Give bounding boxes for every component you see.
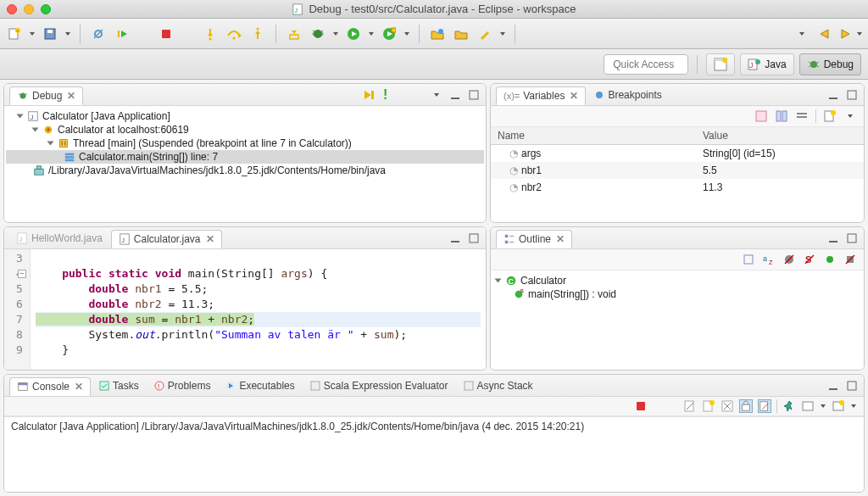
chevron-down-icon[interactable]	[17, 114, 24, 119]
tasks-tab[interactable]: Tasks	[92, 377, 146, 394]
step-into-button[interactable]	[201, 25, 220, 43]
editor-gutter[interactable]: 3 −4 5 6 7 8 9	[4, 249, 31, 370]
hide-fields-icon[interactable]	[782, 253, 796, 266]
save-dropdown[interactable]	[64, 32, 71, 36]
more-dropdown[interactable]	[798, 32, 805, 36]
window-close-button[interactable]	[7, 4, 17, 14]
table-row[interactable]: ◔args String[0] (id=15)	[491, 145, 864, 163]
resume-button[interactable]	[113, 25, 131, 43]
edit-button[interactable]	[476, 25, 494, 43]
problems-tab[interactable]: ! Problems	[147, 377, 218, 394]
minimize-view-button[interactable]	[448, 231, 462, 245]
close-icon[interactable]: ✕	[206, 233, 214, 245]
debug-tree-jvm[interactable]: /Library/Java/JavaVirtualMachines/jdk1.8…	[6, 164, 484, 177]
window-zoom-button[interactable]	[41, 4, 51, 14]
display-selected-console-icon[interactable]	[801, 399, 815, 413]
chevron-down-icon[interactable]	[32, 128, 39, 132]
quick-access-input[interactable]	[604, 54, 688, 75]
clear-console-icon[interactable]	[721, 399, 734, 413]
table-row[interactable]: ◔nbr1 5.5	[491, 162, 864, 179]
run-dropdown[interactable]	[368, 32, 375, 36]
console-select-dropdown[interactable]	[820, 404, 826, 408]
skip-breakpoints-button[interactable]	[89, 25, 108, 43]
maximize-view-button[interactable]	[845, 88, 859, 102]
close-icon[interactable]: ✕	[556, 233, 565, 245]
hide-static-icon[interactable]: S	[803, 253, 816, 266]
open-project-button[interactable]	[452, 25, 470, 43]
debug-tree-target[interactable]: Calculator at localhost:60619	[6, 123, 484, 137]
java-perspective-button[interactable]: J Java	[740, 53, 793, 75]
word-wrap-icon[interactable]	[758, 399, 771, 413]
pin-console-icon[interactable]	[782, 399, 796, 413]
close-icon[interactable]: ✕	[570, 90, 578, 102]
edit-dropdown[interactable]	[499, 32, 506, 36]
show-logical-icon[interactable]	[775, 109, 788, 123]
save-button[interactable]	[41, 25, 59, 43]
table-row[interactable]: ◔nbr2 11.3	[491, 179, 864, 196]
nav-forward-button[interactable]	[836, 25, 854, 43]
debug-tree-app[interactable]: J Calculator [Java Application]	[6, 109, 484, 123]
console-terminate-button[interactable]	[634, 399, 648, 413]
open-console-icon[interactable]	[832, 399, 845, 413]
maximize-view-button[interactable]	[845, 379, 859, 393]
drop-to-frame-button[interactable]	[285, 25, 303, 43]
minimize-view-button[interactable]	[826, 231, 840, 245]
run-last-button[interactable]	[380, 25, 398, 43]
open-console-dropdown[interactable]	[850, 404, 857, 408]
editor-tab-inactive[interactable]: J HelloWorld.java	[9, 230, 109, 247]
collapse-all-icon[interactable]	[795, 109, 809, 123]
debug-launch-button[interactable]	[309, 25, 327, 43]
view-menu-button[interactable]	[430, 88, 443, 102]
editor-body[interactable]: 3 −4 5 6 7 8 9 public static void main(S…	[4, 249, 486, 370]
new-watch-icon[interactable]	[823, 109, 837, 123]
instruction-pointer-button[interactable]	[362, 88, 376, 102]
focus-icon[interactable]	[742, 253, 755, 266]
close-icon[interactable]: ✕	[67, 90, 75, 102]
nav-dropdown[interactable]	[856, 25, 863, 43]
sort-icon[interactable]: az	[762, 253, 776, 266]
show-type-names-icon[interactable]	[754, 109, 768, 123]
debug-dropdown[interactable]	[332, 32, 339, 36]
remove-all-terminated-icon[interactable]	[702, 399, 715, 413]
maximize-view-button[interactable]	[845, 231, 859, 245]
debug-tree-thread[interactable]: Thread [main] (Suspended (breakpoint at …	[6, 137, 484, 150]
layout-button[interactable]: !	[381, 88, 394, 102]
editor-code[interactable]: public static void main(String[] args) {…	[31, 249, 486, 370]
outline-tab[interactable]: Outline ✕	[496, 230, 572, 248]
debug-perspective-button[interactable]: Debug	[799, 53, 861, 75]
hide-local-icon[interactable]	[843, 253, 857, 266]
chevron-down-icon[interactable]	[47, 142, 54, 146]
async-stack-tab[interactable]: Async Stack	[457, 377, 540, 394]
terminate-button[interactable]	[157, 25, 175, 43]
view-menu-button[interactable]	[843, 109, 857, 123]
scala-evaluator-tab[interactable]: Scala Expression Evaluator	[303, 377, 455, 394]
variables-col-name[interactable]: Name	[491, 127, 696, 145]
step-return-button[interactable]	[248, 25, 267, 43]
new-button[interactable]: +	[5, 25, 24, 43]
step-over-button[interactable]	[225, 25, 243, 43]
maximize-view-button[interactable]	[467, 88, 481, 102]
new-project-button[interactable]	[428, 25, 447, 43]
variables-col-value[interactable]: Value	[696, 127, 864, 145]
minimize-view-button[interactable]	[826, 379, 840, 393]
chevron-down-icon[interactable]	[495, 279, 502, 283]
variables-tab[interactable]: (x)= Variables ✕	[496, 86, 586, 105]
window-minimize-button[interactable]	[24, 4, 34, 14]
console-output[interactable]	[4, 436, 864, 492]
maximize-view-button[interactable]	[467, 231, 481, 245]
executables-tab[interactable]: Executables	[219, 377, 301, 394]
minimize-view-button[interactable]	[448, 88, 462, 102]
open-perspective-button[interactable]	[706, 53, 735, 75]
console-tab[interactable]: Console ✕	[9, 377, 91, 396]
minimize-view-button[interactable]	[826, 88, 840, 102]
remove-launch-icon[interactable]	[683, 399, 697, 413]
debug-tree-frame[interactable]: Calculator.main(String[]) line: 7	[6, 150, 484, 164]
debug-view-tab[interactable]: Debug ✕	[9, 86, 83, 105]
outline-class[interactable]: C Calculator	[496, 274, 859, 287]
run-last-dropdown[interactable]	[403, 32, 410, 36]
close-icon[interactable]: ✕	[75, 381, 83, 393]
new-dropdown[interactable]	[29, 32, 36, 36]
outline-method[interactable]: S main(String[]) : void	[496, 287, 859, 301]
run-launch-button[interactable]	[344, 25, 363, 43]
hide-nonpublic-icon[interactable]	[823, 253, 837, 266]
